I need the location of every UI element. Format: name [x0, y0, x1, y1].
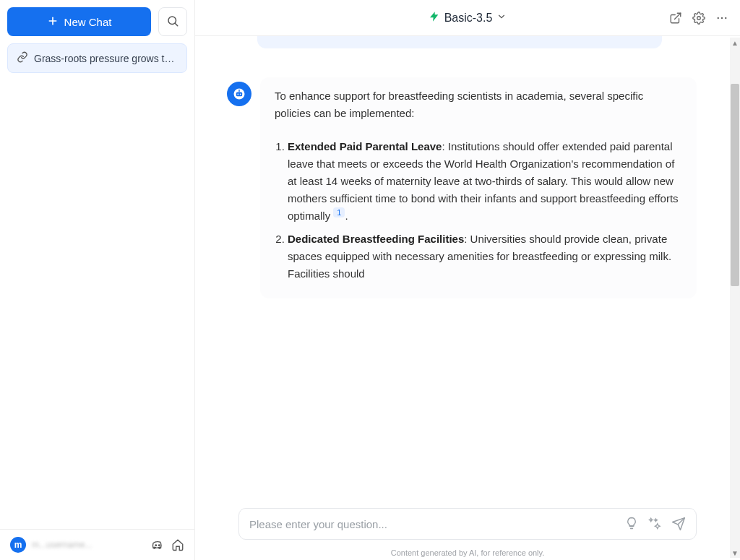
svg-point-13	[238, 93, 239, 95]
citation-badge[interactable]: 1	[333, 207, 345, 217]
disclaimer: Content generated by AI, for reference o…	[195, 544, 740, 560]
svg-point-7	[697, 16, 701, 20]
sidebar: New Chat Grass-roots pressure grows to b…	[0, 0, 195, 560]
user-message-row: What specific policies could be implemen…	[231, 36, 697, 48]
header: Basic-3.5	[195, 0, 740, 36]
main-panel: Basic-3.5 particularly Nordic nations, s…	[195, 0, 740, 560]
model-name: Basic-3.5	[444, 12, 493, 25]
new-chat-button[interactable]: New Chat	[7, 7, 151, 36]
user-name: m...username...	[32, 540, 92, 550]
svg-point-8	[718, 17, 719, 18]
svg-point-5	[159, 545, 160, 546]
home-icon[interactable]	[171, 538, 184, 551]
assistant-list-item: Extended Paid Parental Leave: Institutio…	[288, 138, 682, 225]
scroll-down-arrow[interactable]: ▼	[731, 549, 739, 556]
new-chat-label: New Chat	[64, 16, 112, 28]
search-icon	[166, 14, 179, 30]
conversation-title: Grass-roots pressure grows to boos...	[34, 53, 178, 64]
model-selector[interactable]: Basic-3.5	[429, 11, 507, 25]
svg-point-10	[725, 17, 726, 18]
bolt-icon	[429, 11, 440, 25]
discord-icon[interactable]	[151, 538, 164, 551]
assistant-intro: To enhance support for breastfeeding sci…	[275, 87, 682, 122]
scrollbar-track[interactable]: ▲ ▼	[730, 38, 740, 558]
svg-rect-12	[236, 92, 242, 96]
svg-point-2	[168, 17, 176, 25]
user-message: What specific policies could be implemen…	[257, 36, 662, 48]
external-link-icon[interactable]	[669, 12, 682, 25]
settings-icon[interactable]	[692, 12, 705, 25]
magic-icon[interactable]	[648, 517, 661, 531]
svg-point-16	[238, 89, 240, 90]
sidebar-footer: m m...username...	[0, 529, 194, 560]
svg-point-14	[240, 93, 241, 95]
svg-line-6	[675, 13, 681, 19]
list-item-title: Extended Paid Parental Leave	[288, 140, 442, 152]
chat-scroll[interactable]: particularly Nordic nations, set an exam…	[195, 36, 740, 502]
assistant-avatar	[227, 82, 251, 106]
list-item-title: Dedicated Breastfeeding Facilities	[288, 233, 464, 245]
assistant-list-item: Dedicated Breastfeeding Facilities: Univ…	[288, 231, 682, 283]
user-avatar[interactable]: m	[10, 537, 26, 553]
assistant-message: To enhance support for breastfeeding sci…	[260, 77, 697, 298]
conversation-item[interactable]: Grass-roots pressure grows to boos...	[7, 43, 187, 73]
plus-icon	[47, 15, 59, 29]
search-button[interactable]	[158, 7, 187, 36]
assistant-policy-list: Extended Paid Parental Leave: Institutio…	[275, 138, 682, 283]
more-icon[interactable]	[715, 12, 728, 25]
input-box	[238, 508, 697, 540]
scrollbar-thumb[interactable]	[731, 84, 739, 286]
chevron-down-icon	[496, 12, 507, 25]
lightbulb-icon[interactable]	[625, 517, 638, 531]
scroll-up-arrow[interactable]: ▲	[731, 39, 739, 46]
svg-point-9	[721, 17, 723, 18]
svg-line-3	[175, 23, 177, 25]
input-area	[195, 502, 740, 544]
message-input[interactable]	[249, 518, 618, 530]
link-icon	[17, 51, 28, 65]
svg-point-4	[155, 545, 157, 546]
send-icon[interactable]	[671, 517, 686, 531]
